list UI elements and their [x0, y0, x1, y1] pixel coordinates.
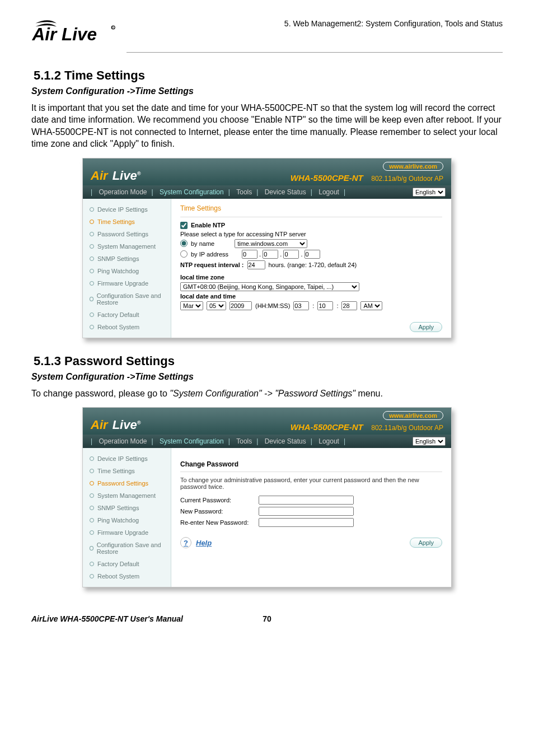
sidebar-item-device-ip[interactable]: Device IP Settings — [83, 452, 171, 465]
sidebar-item-label: Configuration Save and Restore — [97, 292, 165, 306]
new-password-input[interactable] — [259, 507, 354, 516]
language-select[interactable]: English — [413, 437, 446, 446]
help-icon: ? — [180, 537, 191, 548]
second-input[interactable] — [341, 301, 357, 310]
by-ip-label: by IP address — [191, 251, 228, 258]
device-subtitle: 802.11a/b/g Outdoor AP — [371, 424, 443, 432]
timezone-label: local time zone — [180, 274, 224, 281]
tab-logout[interactable]: Logout — [316, 188, 341, 196]
page-header-breadcrumb: 5. Web Management2: System Configuration… — [284, 16, 503, 28]
apply-button[interactable]: Apply — [410, 538, 442, 548]
sidebar-item-snmp-settings[interactable]: SNMP Settings — [83, 502, 171, 514]
sidebar-item-label: Ping Watchdog — [97, 268, 139, 274]
sidebar-item-device-ip[interactable]: Device IP Settings — [83, 203, 171, 216]
footer-manual-title: AirLive WHA-5500CPE-NT User's Manual — [31, 614, 183, 623]
sidebar-item-config-save-restore[interactable]: Configuration Save and Restore — [83, 539, 171, 558]
sidebar-item-label: Configuration Save and Restore — [97, 542, 165, 555]
sidebar-item-ping-watchdog[interactable]: Ping Watchdog — [83, 514, 171, 526]
tab-device-status[interactable]: Device Status — [263, 188, 308, 196]
reenter-password-label: Re-enter New Password: — [180, 519, 259, 526]
ntp-server-select[interactable]: time.windows.com — [235, 239, 307, 248]
sidebar-item-label: SNMP Settings — [97, 255, 139, 262]
sidebar-item-firmware-upgrade[interactable]: Firmware Upgrade — [83, 526, 171, 539]
ampm-select[interactable]: AM — [360, 301, 382, 310]
time-settings-screenshot: Air Live® www.airlive.com WHA-5500CPE-NT… — [82, 158, 452, 338]
section-5-1-2-heading: 5.1.2 Time Settings — [34, 68, 503, 83]
change-password-title: Change Password — [180, 460, 442, 468]
ntp-select-text: Please select a type for accessing NTP s… — [180, 231, 442, 237]
sidebar-item-label: Device IP Settings — [97, 455, 148, 462]
sidebar-item-password-settings[interactable]: Password Settings — [83, 477, 171, 489]
tab-device-status[interactable]: Device Status — [263, 437, 308, 445]
sidebar-item-factory-default[interactable]: Factory Default — [83, 558, 171, 570]
tab-system-configuration[interactable]: System Configuration — [157, 188, 226, 196]
new-password-label: New Password: — [180, 508, 259, 515]
ip-octet-3[interactable] — [283, 250, 299, 259]
month-select[interactable]: Mar — [180, 301, 203, 310]
by-ip-radio[interactable] — [180, 250, 188, 258]
ip-octet-4[interactable] — [305, 250, 320, 259]
sidebar-item-reboot-system[interactable]: Reboot System — [83, 570, 171, 582]
section-5-1-2-body: It is important that you set the date an… — [31, 102, 503, 150]
sidebar-item-time-settings[interactable]: Time Settings — [83, 465, 171, 477]
airlive-logo: Air Live R — [31, 16, 115, 48]
sidebar-item-reboot-system[interactable]: Reboot System — [83, 321, 171, 333]
minute-input[interactable] — [317, 301, 333, 310]
help-link[interactable]: ? Help — [180, 537, 442, 548]
sidebar-item-system-management[interactable]: System Management — [83, 489, 171, 502]
tab-tools[interactable]: Tools — [234, 188, 254, 196]
change-password-desc: To change your administrative password, … — [180, 477, 442, 490]
sidebar-item-ping-watchdog[interactable]: Ping Watchdog — [83, 265, 171, 277]
hour-input[interactable] — [293, 301, 309, 310]
tab-operation-mode[interactable]: Operation Mode — [96, 188, 149, 196]
language-select[interactable]: English — [413, 188, 446, 197]
ip-octet-2[interactable] — [263, 250, 278, 259]
sidebar-item-label: Firmware Upgrade — [97, 280, 148, 287]
sidebar-item-factory-default[interactable]: Factory Default — [83, 309, 171, 321]
sidebar-item-firmware-upgrade[interactable]: Firmware Upgrade — [83, 277, 171, 290]
sidebar-item-label: SNMP Settings — [97, 505, 139, 511]
sidebar-item-label: System Management — [97, 243, 156, 250]
panel-title: Time Settings — [180, 204, 442, 212]
date-label: local date and time — [180, 293, 236, 300]
website-pill[interactable]: www.airlive.com — [383, 162, 443, 171]
ntp-interval-label: NTP request interval : — [180, 262, 244, 268]
header-rule — [127, 52, 503, 53]
section-5-1-2-subhead: System Configuration ->Time Settings — [31, 86, 503, 96]
website-pill[interactable]: www.airlive.com — [383, 411, 443, 420]
section-5-1-3-body: To change password, please go to "System… — [31, 388, 503, 400]
sidebar-item-label: Ping Watchdog — [97, 517, 139, 524]
ntp-interval-unit: hours. (range: 1-720, default 24) — [269, 262, 357, 268]
tab-logout[interactable]: Logout — [316, 437, 341, 445]
apply-button[interactable]: Apply — [410, 322, 442, 332]
tab-system-configuration[interactable]: System Configuration — [157, 437, 226, 445]
current-password-label: Current Password: — [180, 497, 259, 503]
sidebar-item-config-save-restore[interactable]: Configuration Save and Restore — [83, 290, 171, 309]
ntp-interval-input[interactable] — [247, 260, 265, 269]
sidebar-item-label: Reboot System — [97, 324, 139, 330]
ip-octet-1[interactable] — [242, 250, 257, 259]
sidebar-item-password-settings[interactable]: Password Settings — [83, 228, 171, 240]
sidebar-item-time-settings[interactable]: Time Settings — [83, 216, 171, 228]
hhmmss-label: (HH:MM:SS) — [255, 302, 290, 309]
sidebar-item-label: Factory Default — [97, 311, 139, 318]
sidebar-item-label: Time Settings — [97, 218, 135, 225]
device-model: WHA-5500CPE-NT — [291, 422, 363, 432]
tab-tools[interactable]: Tools — [234, 437, 254, 445]
enable-ntp-checkbox[interactable] — [180, 222, 188, 229]
timezone-select[interactable]: GMT+08:00 (Beijing, Hong Kong, Singapore… — [180, 282, 359, 291]
sidebar-item-snmp-settings[interactable]: SNMP Settings — [83, 253, 171, 265]
reenter-password-input[interactable] — [259, 518, 354, 527]
sidebar-item-label: Device IP Settings — [97, 206, 148, 213]
sidebar-item-label: Password Settings — [97, 480, 148, 487]
svg-text:Air Live: Air Live — [32, 24, 97, 44]
sidebar-item-system-management[interactable]: System Management — [83, 240, 171, 253]
enable-ntp-label: Enable NTP — [191, 222, 225, 228]
by-name-radio[interactable] — [180, 240, 188, 247]
tab-operation-mode[interactable]: Operation Mode — [96, 437, 149, 445]
section-5-1-3-heading: 5.1.3 Password Settings — [34, 354, 503, 368]
device-model: WHA-5500CPE-NT — [291, 173, 363, 183]
day-select[interactable]: 05 — [207, 301, 226, 310]
year-input[interactable] — [229, 301, 252, 310]
current-password-input[interactable] — [259, 496, 354, 505]
